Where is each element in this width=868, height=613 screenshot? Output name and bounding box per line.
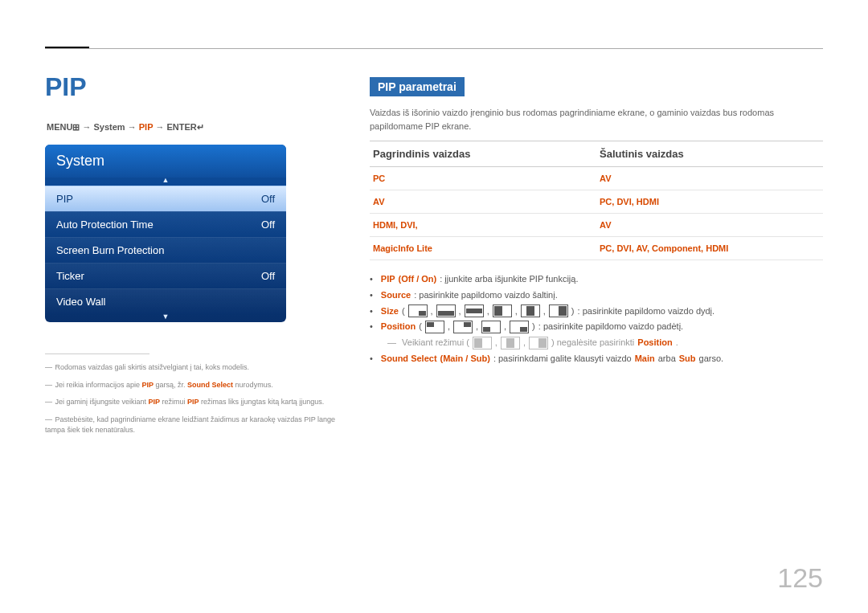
text: : pasirinkite papildomo vaizdo padėtį.	[538, 319, 683, 335]
values: (Main / Sub)	[440, 351, 490, 367]
dash-icon: ―	[387, 335, 399, 351]
footnotes: ― Rodomas vaizdas gali skirtis atsižvelg…	[45, 353, 342, 443]
bullet-icon: •	[370, 351, 373, 367]
option-sound-select: • Sound Select (Main / Sub) : pasirinkda…	[370, 351, 823, 367]
label: Position	[637, 335, 672, 351]
menu-item-value: Off	[261, 193, 275, 205]
osd-menu-panel: System ▲ PIPOffAuto Protection TimeOffSc…	[45, 145, 286, 322]
mode-icon-half-center	[501, 337, 520, 349]
table-header-main: Pagrindinis vaizdas	[370, 141, 596, 167]
pos-icon-top-left	[425, 321, 444, 333]
footnote-item: ― Pastebėsite, kad pagrindiniame ekrane …	[45, 415, 342, 436]
bullet-icon: •	[370, 304, 373, 320]
option-size: • Size ( , , , , , ) : pasirinkite papil…	[370, 304, 823, 320]
table-row: HDMI, DVI,AV	[370, 214, 823, 237]
text: : pasirinkite papildomo vaizdo dydį.	[578, 304, 715, 320]
table-cell: HDMI, DVI,	[370, 214, 596, 237]
bullet-icon: •	[370, 272, 373, 288]
footnote-item: ― Rodomas vaizdas gali skirtis atsižvelg…	[45, 362, 342, 374]
table-cell: AV	[596, 167, 823, 190]
menu-item-value: Off	[261, 270, 275, 282]
content-column: PIP parametrai Vaizdas iš išorinio vaizd…	[370, 77, 823, 367]
table-row: PCAV	[370, 167, 823, 190]
menu-item-label: Ticker	[56, 270, 84, 282]
option-position: • Position ( , , , ) : pasirinkite papil…	[370, 319, 823, 335]
page-title: PIP	[45, 72, 87, 102]
label: Sub	[679, 351, 696, 367]
menu-item-label: Auto Protection Time	[56, 219, 154, 231]
arrow-icon: →	[128, 122, 139, 132]
menu-item-value: Off	[261, 219, 275, 231]
size-icon-half-right	[549, 304, 568, 317]
option-source: • Source : pasirinkite papildomo vaizdo …	[370, 288, 823, 304]
size-icon-half-left	[493, 304, 512, 317]
text: : pasirinkdami galite klausyti vaizdo	[493, 351, 632, 367]
osd-menu-item[interactable]: Video Wall	[45, 288, 286, 314]
footnote-item: ― Jei reikia informacijos apie PIP garsą…	[45, 380, 342, 391]
table-row: MagicInfo LitePC, DVI, AV, Component, HD…	[370, 237, 823, 260]
size-icon-wide-bottom	[436, 304, 456, 317]
label: Source	[381, 288, 411, 304]
table-cell: MagicInfo Lite	[370, 237, 596, 260]
section-intro: Vaizdas iš išorinio vaizdo įrenginio bus…	[370, 106, 823, 133]
breadcrumb-system: System	[94, 122, 125, 132]
osd-menu-item[interactable]: Screen Burn Protection	[45, 237, 286, 263]
table-cell: AV	[370, 190, 596, 214]
breadcrumb-pip: PIP	[139, 122, 154, 132]
arrow-icon: →	[82, 122, 93, 132]
arrow-icon: →	[155, 122, 166, 132]
scroll-down-icon[interactable]: ▼	[45, 313, 286, 322]
footnote-item: ― Jei gaminį išjungsite veikiant PIP rež…	[45, 397, 342, 408]
menu-item-label: Video Wall	[56, 296, 105, 308]
text: Veikiant režimui (	[402, 335, 469, 351]
pos-icon-bottom-right	[510, 321, 529, 333]
breadcrumb-enter: ENTER	[166, 122, 196, 132]
label: Main	[635, 351, 655, 367]
text: : pasirinkite papildomo vaizdo šaltinį.	[414, 288, 558, 304]
text: arba	[658, 351, 676, 367]
breadcrumb-menu: MENU	[47, 122, 72, 132]
label: Position	[381, 319, 416, 335]
option-pip: • PIP (Off / On) : įjunkite arba išjunki…	[370, 272, 823, 288]
bullet-icon: •	[370, 319, 373, 335]
menu-item-label: Screen Burn Protection	[56, 244, 164, 256]
option-list: • PIP (Off / On) : įjunkite arba išjunki…	[370, 272, 823, 367]
option-position-note: ― Veikiant režimui ( , , ) negalėsite pa…	[387, 335, 823, 351]
breadcrumb: MENU⊞ → System → PIP → ENTER↵	[47, 122, 204, 133]
osd-menu-item[interactable]: Auto Protection TimeOff	[45, 211, 286, 237]
mode-icon-half-right	[529, 337, 548, 349]
osd-menu-header: System	[45, 145, 286, 178]
table-cell: PC	[370, 167, 596, 190]
bullet-icon: •	[370, 288, 373, 304]
scroll-up-icon[interactable]: ▲	[45, 176, 286, 186]
text: : įjunkite arba išjunkite PIP funkciją.	[440, 272, 578, 288]
text: garso.	[699, 351, 724, 367]
text: ) negalėsite pasirinkti	[551, 335, 634, 351]
table-cell: PC, DVI, AV, Component, HDMI	[596, 237, 823, 260]
table-cell: PC, DVI, HDMI	[596, 190, 823, 214]
size-icon-small-br	[408, 304, 428, 317]
menu-icon: ⊞	[72, 122, 80, 132]
table-row: AVPC, DVI, HDMI	[370, 190, 823, 214]
osd-menu-item[interactable]: TickerOff	[45, 263, 286, 288]
osd-menu-item[interactable]: PIPOff	[45, 186, 286, 211]
values: (Off / On)	[399, 272, 437, 288]
label: Size	[381, 304, 399, 320]
pos-icon-top-right	[453, 321, 473, 333]
size-icon-wide-center	[465, 304, 484, 317]
header-rule	[45, 48, 823, 49]
table-header-sub: Šalutinis vaizdas	[596, 141, 823, 167]
table-cell: AV	[596, 214, 823, 237]
mode-icon-half-left	[473, 337, 492, 349]
label: Sound Select	[381, 351, 437, 367]
label: PIP	[381, 272, 395, 288]
enter-icon: ↵	[197, 122, 204, 132]
menu-item-label: PIP	[56, 193, 73, 205]
pos-icon-bottom-left	[481, 321, 501, 333]
section-heading: PIP parametrai	[370, 77, 465, 96]
source-table: Pagrindinis vaizdas Šalutinis vaizdas PC…	[370, 141, 823, 260]
page-number: 125	[777, 562, 823, 594]
size-icon-half-center	[521, 304, 540, 317]
footnote-rule	[45, 353, 149, 354]
